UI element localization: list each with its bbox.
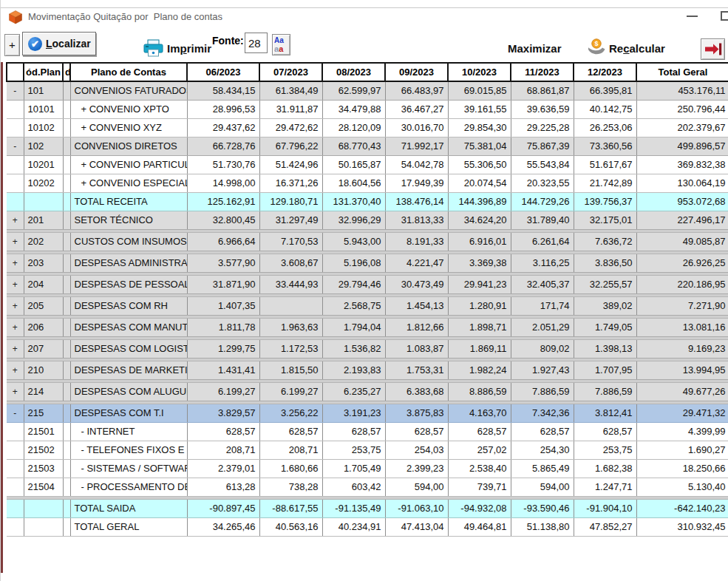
cell-d[interactable] (63, 192, 70, 211)
cell-value[interactable]: 4.163,70 (448, 404, 511, 422)
cell-value[interactable]: 208,71 (259, 441, 322, 459)
cell-account-name[interactable]: DESPESAS COM ALUGUE (70, 382, 187, 401)
cell-value[interactable]: 1.299,75 (187, 339, 259, 358)
cell-value[interactable]: 1.407,35 (187, 296, 259, 315)
cell-value[interactable]: 4.399,99 (636, 422, 728, 441)
row-expander[interactable]: - (7, 81, 24, 100)
row-expander[interactable] (7, 155, 24, 174)
coin-hand-icon[interactable]: $ (587, 38, 606, 56)
row-expander[interactable]: + (7, 382, 24, 401)
cell-value[interactable]: 47.852,27 (574, 517, 636, 536)
cell-value[interactable]: 628,57 (187, 422, 259, 441)
cell-value[interactable]: 1.454,13 (385, 296, 448, 315)
row-expander[interactable] (7, 100, 24, 118)
cell-d[interactable] (63, 459, 70, 478)
cell-code[interactable] (24, 192, 63, 211)
row-expander[interactable]: + (7, 254, 24, 272)
cell-value[interactable]: 31.813,33 (385, 211, 448, 229)
maximizar-button[interactable]: Maximizar (508, 42, 562, 55)
cell-d[interactable] (63, 517, 70, 536)
cell-value[interactable]: 739,71 (448, 478, 511, 496)
cell-value[interactable]: 3.577,90 (187, 254, 259, 272)
cell-account-name[interactable]: DESPESAS COM LOGISTIC (70, 339, 187, 358)
cell-account-name[interactable]: + CONVENIO PARTICULA (70, 155, 187, 174)
cell-code[interactable] (24, 517, 63, 536)
cell-value[interactable]: 6.916,01 (448, 232, 511, 251)
cell-code[interactable]: 202 (24, 232, 63, 251)
cell-value[interactable]: 66.728,76 (187, 137, 259, 155)
cell-value[interactable]: 1.753,31 (385, 361, 448, 379)
grid-row-202[interactable]: +202CUSTOS COM INSUMOS D6.966,647.170,53… (7, 232, 728, 251)
grid-row-10102[interactable]: 10102+ CONVENIO XYZ29.437,6229.472,6228.… (7, 118, 728, 137)
cell-account-name[interactable]: CONVENIOS DIRETOS (70, 137, 187, 155)
cell-d[interactable] (63, 478, 70, 496)
cell-code[interactable]: 10101 (24, 100, 63, 118)
cell-value[interactable]: -642.140,23 (636, 499, 728, 517)
cell-account-name[interactable]: + CONVENIO XPTO (70, 100, 187, 118)
cell-account-name[interactable]: CUSTOS COM INSUMOS D (70, 232, 187, 251)
restore-icon[interactable] (721, 11, 728, 21)
cell-value[interactable]: 138.476,14 (385, 192, 448, 211)
grid-row-10202[interactable]: 10202+ CONVENIO ESPECIAL14.998,0016.371,… (7, 174, 728, 192)
column-header-06-2023[interactable]: 06/2023 (187, 63, 259, 81)
cell-account-name[interactable]: - SISTEMAS / SOFTWARE (70, 459, 187, 478)
cell-d[interactable] (63, 155, 70, 174)
grid-row-206[interactable]: +206DESPESAS COM MANUTE1.811,781.963,631… (7, 318, 728, 336)
grid-row-201[interactable]: +201SETOR TÉCNICO32.800,4531.297,4932.99… (7, 211, 728, 229)
column-header-07-2023[interactable]: 07/2023 (259, 63, 322, 81)
cell-code[interactable]: 205 (24, 296, 63, 315)
cell-value[interactable]: 613,28 (187, 478, 259, 496)
cell-value[interactable]: 227.496,17 (636, 211, 728, 229)
grid-row-21501[interactable]: 21501- INTERNET628,57628,57628,57628,576… (7, 422, 728, 441)
cell-value[interactable]: 1.682,38 (574, 459, 636, 478)
cell-d[interactable] (63, 441, 70, 459)
column-header--d-plan[interactable]: ód.Plan (24, 63, 63, 81)
cell-value[interactable]: 1.247,71 (574, 478, 636, 496)
cell-d[interactable] (63, 422, 70, 441)
cell-value[interactable]: 32.405,37 (511, 275, 574, 293)
cell-value[interactable]: 47.413,04 (385, 517, 448, 536)
cell-value[interactable]: 3.829,57 (187, 404, 259, 422)
cell-account-name[interactable]: DESPESAS COM RH (70, 296, 187, 315)
cell-account-name[interactable]: + CONVENIO ESPECIAL (70, 174, 187, 192)
cell-code[interactable]: 204 (24, 275, 63, 293)
grid-row-21502[interactable]: 21502- TELEFONES FIXOS E CE208,71208,712… (7, 441, 728, 459)
grid-row-205[interactable]: +205DESPESAS COM RH1.407,352.568,751.454… (7, 296, 728, 315)
cell-value[interactable]: 4.221,47 (385, 254, 448, 272)
column-header-11-2023[interactable]: 11/2023 (511, 63, 574, 81)
cell-value[interactable]: 131.370,40 (322, 192, 385, 211)
cell-d[interactable] (63, 275, 70, 293)
cell-value[interactable]: 3.116,25 (511, 254, 574, 272)
cell-d[interactable] (63, 100, 70, 118)
cell-value[interactable]: 7.886,59 (574, 382, 636, 401)
cell-value[interactable]: 55.543,84 (511, 155, 574, 174)
cell-value[interactable]: 250.796,44 (636, 100, 728, 118)
cell-value[interactable]: 29.854,30 (448, 118, 511, 137)
cell-value[interactable]: 1.794,04 (322, 318, 385, 336)
cell-value[interactable]: 6.383,68 (385, 382, 448, 401)
grid-row-214[interactable]: +214DESPESAS COM ALUGUE6.199,276.199,276… (7, 382, 728, 401)
cell-value[interactable]: 7.636,72 (574, 232, 636, 251)
cell-value[interactable]: 453.176,11 (636, 81, 728, 100)
cell-value[interactable]: 32.255,57 (574, 275, 636, 293)
cell-value[interactable]: 66.395,81 (574, 81, 636, 100)
cell-code[interactable] (24, 499, 63, 517)
cell-value[interactable]: 17.949,39 (385, 174, 448, 192)
column-header-d[interactable]: d (63, 63, 70, 81)
row-expander[interactable] (7, 441, 24, 459)
cell-value[interactable]: 3.836,50 (574, 254, 636, 272)
cell-value[interactable]: 6.199,27 (259, 382, 322, 401)
column-header-plano-de-contas[interactable]: Plano de Contas (70, 63, 187, 81)
cell-value[interactable]: 5.943,00 (322, 232, 385, 251)
cell-account-name[interactable]: DESPESAS COM MANUTE (70, 318, 187, 336)
cell-value[interactable]: 7.170,53 (259, 232, 322, 251)
cell-value[interactable]: 603,42 (322, 478, 385, 496)
cell-value[interactable]: 144.396,89 (448, 192, 511, 211)
cell-value[interactable]: 54.042,78 (385, 155, 448, 174)
cell-value[interactable]: 139.756,37 (574, 192, 636, 211)
cell-value[interactable]: 628,57 (448, 422, 511, 441)
cell-value[interactable]: -88.617,55 (259, 499, 322, 517)
cell-value[interactable]: 6.235,27 (322, 382, 385, 401)
cell-account-name[interactable]: - TELEFONES FIXOS E CE (70, 441, 187, 459)
cell-value[interactable]: 2.399,23 (385, 459, 448, 478)
